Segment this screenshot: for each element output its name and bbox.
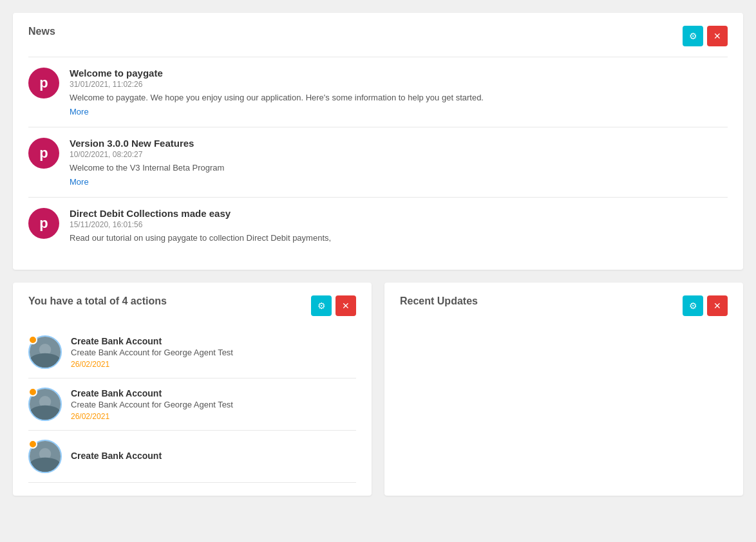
news-gear-button[interactable]: ⚙ [683, 26, 703, 46]
updates-close-button[interactable]: ✕ [707, 295, 728, 316]
action-item-3: Create Bank Account [28, 431, 356, 483]
news-content-1: Welcome to paygate 31/01/2021, 11:02:26 … [70, 68, 728, 117]
news-item-1: p Welcome to paygate 31/01/2021, 11:02:2… [28, 57, 728, 127]
svg-rect-3 [30, 353, 61, 368]
svg-rect-7 [30, 406, 61, 420]
news-timestamp-1: 31/01/2021, 11:02:26 [70, 80, 728, 89]
recent-updates-card: Recent Updates ⚙ ✕ [384, 283, 743, 496]
action-content-2: Create Bank Account Create Bank Account … [71, 388, 356, 421]
action-item-1: Create Bank Account Create Bank Account … [28, 326, 356, 378]
news-item-title-1: Welcome to paygate [70, 68, 728, 79]
actions-gear-button[interactable]: ⚙ [311, 295, 332, 316]
action-title-1: Create Bank Account [71, 336, 356, 346]
news-timestamp-3: 15/11/2020, 16:01:56 [70, 220, 728, 229]
news-card-header: News ⚙ ✕ [28, 26, 728, 46]
bottom-row: You have a total of 4 actions ⚙ ✕ [13, 283, 743, 496]
action-description-1: Create Bank Account for George Agent Tes… [71, 348, 356, 357]
svg-rect-11 [30, 458, 61, 472]
news-avatar-3: p [28, 208, 59, 239]
action-dot-3 [28, 440, 37, 449]
news-more-link-2[interactable]: More [70, 177, 89, 187]
news-description-3: Read our tutorial on using paygate to co… [70, 233, 728, 243]
page-wrapper: News ⚙ ✕ p Welcome to paygate 31/01/2021… [13, 13, 743, 496]
news-title: News [28, 26, 55, 37]
news-item-3: p Direct Debit Collections made easy 15/… [28, 197, 728, 257]
news-item-title-2: Version 3.0.0 New Features [70, 138, 728, 149]
news-avatar-1: p [28, 68, 59, 98]
action-title-2: Create Bank Account [71, 388, 356, 398]
updates-card-header: Recent Updates ⚙ ✕ [400, 295, 728, 316]
news-content-3: Direct Debit Collections made easy 15/11… [70, 208, 728, 247]
actions-card-buttons: ⚙ ✕ [311, 295, 356, 316]
action-content-3: Create Bank Account [71, 451, 356, 462]
actions-close-button[interactable]: ✕ [335, 295, 356, 316]
action-date-2: 26/02/2021 [71, 412, 356, 421]
news-item-2: p Version 3.0.0 New Features 10/02/2021,… [28, 127, 728, 197]
updates-gear-button[interactable]: ⚙ [683, 295, 703, 316]
action-title-3: Create Bank Account [71, 451, 356, 461]
action-avatar-wrapper-3 [28, 440, 62, 473]
action-dot-2 [28, 388, 37, 397]
news-card-actions: ⚙ ✕ [683, 26, 728, 46]
actions-card-header: You have a total of 4 actions ⚙ ✕ [28, 295, 356, 316]
action-content-1: Create Bank Account Create Bank Account … [71, 336, 356, 369]
news-description-1: Welcome to paygate. We hope you enjoy us… [70, 93, 728, 102]
news-content-2: Version 3.0.0 New Features 10/02/2021, 0… [70, 138, 728, 187]
news-description-2: Welcome to the V3 Internal Beta Program [70, 163, 728, 173]
action-avatar-wrapper-1 [28, 335, 62, 369]
action-dot-1 [28, 335, 37, 344]
actions-title: You have a total of 4 actions [28, 295, 167, 307]
action-date-1: 26/02/2021 [71, 360, 356, 369]
news-avatar-2: p [28, 138, 59, 169]
news-card: News ⚙ ✕ p Welcome to paygate 31/01/2021… [13, 13, 743, 270]
news-timestamp-2: 10/02/2021, 08:20:27 [70, 150, 728, 159]
news-item-title-3: Direct Debit Collections made easy [70, 208, 728, 219]
action-description-2: Create Bank Account for George Agent Tes… [71, 400, 356, 409]
updates-card-buttons: ⚙ ✕ [683, 295, 728, 316]
action-item-2: Create Bank Account Create Bank Account … [28, 378, 356, 431]
updates-title: Recent Updates [400, 295, 478, 307]
news-close-button[interactable]: ✕ [707, 26, 728, 46]
news-more-link-1[interactable]: More [70, 107, 89, 117]
actions-card: You have a total of 4 actions ⚙ ✕ [13, 283, 372, 496]
action-avatar-wrapper-2 [28, 388, 62, 421]
